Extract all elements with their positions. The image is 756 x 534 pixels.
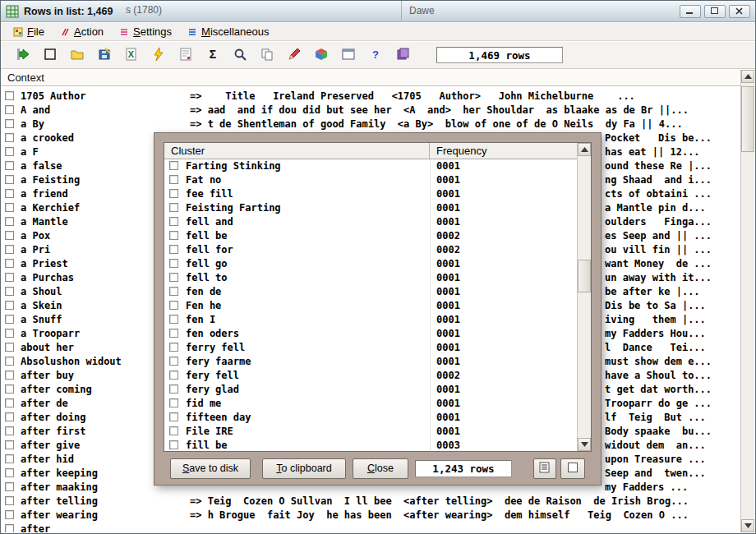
row-checkbox[interactable] bbox=[5, 119, 14, 128]
toolbar-button-sigma[interactable]: Σ bbox=[202, 44, 224, 66]
row-checkbox[interactable] bbox=[169, 440, 178, 449]
cluster-row[interactable]: Feisting Farting0001 bbox=[164, 201, 577, 215]
row-checkbox[interactable] bbox=[169, 231, 178, 240]
row-checkbox[interactable] bbox=[169, 217, 178, 226]
close-button[interactable] bbox=[729, 5, 750, 18]
row-checkbox[interactable] bbox=[169, 245, 178, 254]
scroll-down-button[interactable] bbox=[578, 438, 591, 451]
menu-action[interactable]: Action bbox=[60, 25, 104, 38]
cluster-row[interactable]: fery faarme0001 bbox=[164, 355, 577, 369]
list-row[interactable]: A and=> aad and if dou did but see her <… bbox=[1, 104, 740, 117]
row-checkbox[interactable] bbox=[5, 371, 14, 380]
list-row[interactable]: a By=> t de Shentleman of good Family <a… bbox=[1, 117, 740, 131]
row-checkbox[interactable] bbox=[169, 371, 178, 380]
cluster-row[interactable]: fen oders0001 bbox=[164, 327, 577, 341]
toolbar-button-save[interactable] bbox=[94, 44, 115, 66]
to-clipboard-button[interactable]: To clipboard bbox=[262, 458, 346, 479]
scroll-down-button[interactable] bbox=[741, 519, 754, 532]
cluster-row[interactable]: fell to0001 bbox=[164, 271, 577, 285]
row-checkbox[interactable] bbox=[169, 161, 178, 170]
list-row[interactable]: after wearing=> h Brogue fait Joy he has… bbox=[1, 509, 740, 522]
list-row[interactable]: 1705 Author=> Title Ireland Preserved <1… bbox=[1, 90, 740, 104]
row-checkbox[interactable] bbox=[5, 510, 14, 519]
cluster-row[interactable]: Fat no0001 bbox=[164, 173, 577, 187]
row-checkbox[interactable] bbox=[5, 133, 14, 142]
row-checkbox[interactable] bbox=[5, 357, 14, 366]
toolbar-button-excel[interactable]: X bbox=[121, 44, 142, 66]
context-column-header[interactable]: Context bbox=[1, 70, 740, 86]
dialog-vertical-scrollbar[interactable] bbox=[577, 143, 591, 451]
cluster-row[interactable]: fill be0003 bbox=[164, 439, 577, 452]
menu-settings[interactable]: Settings bbox=[119, 25, 172, 38]
main-vertical-scrollbar[interactable] bbox=[740, 70, 754, 532]
row-checkbox[interactable] bbox=[5, 315, 14, 324]
row-checkbox[interactable] bbox=[5, 524, 14, 532]
row-checkbox[interactable] bbox=[5, 440, 14, 449]
row-checkbox[interactable] bbox=[169, 203, 178, 212]
toolbar-button-search[interactable] bbox=[229, 44, 251, 66]
row-checkbox[interactable] bbox=[5, 147, 14, 156]
lines-view-button[interactable] bbox=[533, 458, 556, 479]
row-checkbox[interactable] bbox=[5, 245, 14, 254]
row-checkbox[interactable] bbox=[5, 161, 14, 170]
cluster-row[interactable]: fell for0002 bbox=[164, 243, 577, 257]
menu-miscellaneous[interactable]: Miscellaneous bbox=[187, 25, 269, 38]
toolbar-button-cube[interactable] bbox=[311, 44, 332, 66]
row-checkbox[interactable] bbox=[5, 412, 14, 421]
toolbar-button-open-folder[interactable] bbox=[67, 44, 88, 66]
frequency-column-header[interactable]: Frequency bbox=[430, 143, 577, 159]
row-checkbox[interactable] bbox=[5, 454, 14, 463]
cluster-row[interactable]: File IRE0001 bbox=[164, 425, 577, 439]
row-checkbox[interactable] bbox=[169, 329, 178, 338]
cluster-row[interactable]: Fen he0001 bbox=[164, 299, 577, 313]
row-checkbox[interactable] bbox=[5, 105, 14, 114]
row-checkbox[interactable] bbox=[5, 91, 14, 100]
row-checkbox[interactable] bbox=[5, 482, 14, 491]
toolbar-button-window[interactable] bbox=[338, 44, 359, 66]
cluster-row[interactable]: fery glad0001 bbox=[164, 383, 577, 397]
blank-view-button[interactable] bbox=[560, 458, 585, 479]
row-checkbox[interactable] bbox=[169, 189, 178, 198]
row-checkbox[interactable] bbox=[5, 189, 14, 198]
toolbar-button-form[interactable] bbox=[175, 44, 196, 66]
cluster-row[interactable]: fell and0001 bbox=[164, 215, 577, 229]
cluster-row[interactable]: fery fell0002 bbox=[164, 369, 577, 383]
toolbar-button-pen[interactable] bbox=[284, 44, 305, 66]
row-checkbox[interactable] bbox=[169, 357, 178, 366]
row-checkbox[interactable] bbox=[169, 343, 178, 352]
toolbar-button-help[interactable]: ? bbox=[365, 44, 386, 66]
row-checkbox[interactable] bbox=[5, 301, 14, 310]
row-checkbox[interactable] bbox=[169, 398, 178, 407]
row-checkbox[interactable] bbox=[5, 398, 14, 407]
cluster-row[interactable]: fen I0001 bbox=[164, 313, 577, 327]
cluster-row[interactable]: fell go0001 bbox=[164, 257, 577, 271]
toolbar-button-tags[interactable] bbox=[392, 44, 413, 66]
close-dialog-button[interactable]: Close bbox=[353, 458, 408, 479]
row-checkbox[interactable] bbox=[169, 301, 178, 310]
scroll-up-button[interactable] bbox=[578, 143, 591, 156]
scroll-thumb[interactable] bbox=[578, 260, 591, 292]
cluster-column-header[interactable]: Cluster bbox=[164, 143, 430, 159]
menu-file[interactable]: File bbox=[13, 25, 44, 38]
cluster-row[interactable]: ferry fell0001 bbox=[164, 341, 577, 355]
row-checkbox[interactable] bbox=[169, 273, 178, 282]
row-checkbox[interactable] bbox=[169, 259, 178, 268]
row-checkbox[interactable] bbox=[5, 287, 14, 296]
row-checkbox[interactable] bbox=[5, 496, 14, 505]
maximize-button[interactable] bbox=[704, 5, 726, 18]
row-checkbox[interactable] bbox=[169, 175, 178, 184]
row-checkbox[interactable] bbox=[169, 426, 178, 435]
row-checkbox[interactable] bbox=[5, 384, 14, 394]
row-checkbox[interactable] bbox=[5, 426, 14, 435]
cluster-row[interactable]: fifteen day0001 bbox=[164, 411, 577, 425]
row-checkbox[interactable] bbox=[169, 412, 178, 421]
row-checkbox[interactable] bbox=[5, 468, 14, 477]
toolbar-button-lightning[interactable] bbox=[148, 44, 169, 66]
row-checkbox[interactable] bbox=[169, 287, 178, 296]
scroll-up-button[interactable] bbox=[741, 70, 754, 83]
toolbar-button-exit[interactable] bbox=[12, 44, 34, 66]
row-checkbox[interactable] bbox=[5, 273, 14, 282]
scroll-thumb[interactable] bbox=[741, 86, 754, 152]
cluster-row[interactable]: fid me0001 bbox=[164, 397, 577, 411]
cluster-row[interactable]: fee fill0001 bbox=[164, 187, 577, 201]
